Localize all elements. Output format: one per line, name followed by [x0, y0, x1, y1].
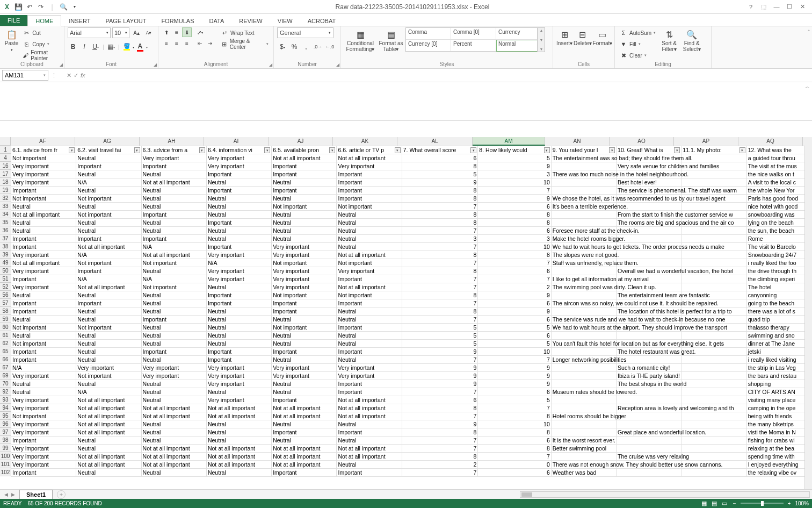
cell[interactable]: Not at all important [337, 154, 402, 162]
cell[interactable]: Neutral [11, 388, 76, 396]
tab-formulas[interactable]: FORMULAS [154, 16, 201, 26]
cell[interactable]: Important [337, 324, 402, 332]
cell[interactable]: the bars and restau [746, 372, 811, 380]
cell[interactable]: N/A [76, 275, 141, 283]
cell[interactable]: 8 [478, 428, 551, 437]
cell[interactable]: Neutral [337, 307, 402, 316]
header-cell[interactable]: ▾7. What overall score [402, 146, 478, 154]
cell[interactable]: the nice walks on t [746, 170, 811, 178]
cell[interactable]: Such a romantic city! [617, 364, 682, 372]
cell[interactable]: Very important [206, 154, 271, 162]
cell[interactable] [682, 372, 746, 380]
cell[interactable]: Important [11, 243, 76, 251]
cell[interactable]: Not important [76, 195, 141, 203]
cell[interactable]: Make the hotel rooms bigger. [551, 235, 616, 243]
cell[interactable]: Not at all important [141, 445, 206, 453]
column-header-AF[interactable]: AF [11, 137, 75, 146]
cell[interactable]: 8 [402, 453, 478, 461]
filter-icon[interactable]: ▾ [609, 147, 615, 153]
tab-page-layout[interactable]: PAGE LAYOUT [98, 16, 154, 26]
cell[interactable]: A visit to the local c [746, 178, 811, 187]
cell[interactable]: Neutral [272, 219, 337, 227]
cell[interactable]: Important [337, 170, 402, 178]
column-header-AG[interactable]: AG [75, 137, 140, 146]
header-cell[interactable]: ▾10. Great! What is [617, 146, 682, 154]
cell[interactable]: CITY OF ARTS AN [746, 388, 811, 396]
header-cell[interactable]: ▾6.6. article or TV p [337, 146, 402, 154]
filter-icon[interactable]: ▾ [740, 147, 745, 153]
cell[interactable]: Important [272, 170, 337, 178]
row-header[interactable]: 59 [0, 315, 11, 323]
cell[interactable]: Very important [11, 461, 76, 469]
fill-color-button[interactable]: 🪣 [121, 41, 132, 52]
cell[interactable]: Neutral [272, 437, 337, 445]
cell[interactable]: Neutral [76, 227, 141, 235]
cell[interactable]: Neutral [141, 428, 206, 437]
cell[interactable]: Important [337, 275, 402, 283]
column-header-AI[interactable]: AI [204, 137, 269, 146]
row-header[interactable]: 97 [0, 428, 11, 436]
cell[interactable]: Neutral [141, 187, 206, 195]
cell[interactable]: Neutral [337, 461, 402, 469]
row-header[interactable]: 58 [0, 307, 11, 315]
cell[interactable] [682, 453, 746, 461]
cell[interactable]: Neutral [76, 380, 141, 388]
cell[interactable]: thalasso therapy [746, 324, 811, 332]
insert-cells-button[interactable]: ⊞Insert▾ [556, 27, 572, 46]
cell[interactable]: Paris has good food [746, 195, 811, 203]
cell[interactable]: Neutral [141, 340, 206, 348]
cell[interactable]: The entertainment team are fantastic [617, 291, 682, 299]
minimize-icon[interactable]: — [771, 2, 782, 12]
cell[interactable]: Not at all important [141, 453, 206, 461]
cell[interactable]: Best hotel ever! [617, 178, 682, 187]
cell[interactable]: Neutral [76, 445, 141, 453]
cell[interactable]: 8 [402, 307, 478, 316]
cell[interactable]: Not at all important [272, 154, 337, 162]
cell[interactable]: Very important [11, 428, 76, 437]
cell[interactable]: Very important [141, 372, 206, 380]
cell[interactable]: Neutral [76, 154, 141, 162]
header-cell[interactable]: ▾6.2. visit travel fai [76, 146, 141, 154]
cell[interactable]: the many biketrips [746, 420, 811, 428]
cell[interactable]: Not important [11, 324, 76, 332]
cell[interactable]: 5 [402, 324, 478, 332]
style-percent[interactable]: Percent [451, 40, 496, 52]
cell[interactable] [682, 380, 746, 388]
row-header[interactable]: 69 [0, 371, 11, 380]
cell[interactable]: Neutral [141, 219, 206, 227]
autosum-button[interactable]: ΣAutoSum▾ [618, 27, 657, 38]
cell[interactable]: 8 [478, 219, 551, 227]
qat-dropdown-icon[interactable]: ▼ [70, 2, 79, 12]
cell[interactable]: visiting many place [746, 396, 811, 404]
underline-button[interactable]: U▾ [90, 41, 101, 52]
style-currency[interactable]: Currency [496, 28, 541, 40]
cell[interactable]: canyonning [746, 291, 811, 299]
cell[interactable]: Neutral [141, 291, 206, 299]
cell[interactable]: Important [76, 162, 141, 170]
cell[interactable]: We had to wait hours to get tickets. The… [551, 243, 616, 251]
cell[interactable]: Neutral [76, 437, 141, 445]
cell[interactable]: Neutral [337, 235, 402, 243]
cell[interactable]: Very important [272, 283, 337, 291]
sheet-tab-sheet1[interactable]: Sheet1 [19, 490, 53, 499]
cell[interactable]: Snowboarding 24/7 [746, 251, 811, 259]
cell[interactable]: 7 [402, 437, 478, 445]
orientation-button[interactable]: ⤢▾ [195, 27, 205, 37]
cell[interactable]: 0 [478, 461, 551, 469]
cell[interactable]: Not at all important [272, 412, 337, 420]
header-cell[interactable]: ▾6.4. information vi [206, 146, 271, 154]
cell[interactable]: N/A [11, 364, 76, 372]
cell[interactable]: Important [206, 299, 271, 307]
cell[interactable]: 9 [402, 348, 478, 356]
cell[interactable]: Very important [206, 251, 271, 259]
cell[interactable]: Neutral [206, 332, 271, 340]
cell[interactable]: Neutral [337, 211, 402, 219]
cell[interactable]: Neutral [141, 437, 206, 445]
cell[interactable] [682, 178, 746, 187]
cell[interactable]: camping in the ope [746, 404, 811, 412]
merge-center-button[interactable]: ⊞Merge & Center▾ [219, 39, 270, 49]
cell[interactable]: Very important [11, 396, 76, 404]
cell[interactable] [682, 412, 746, 420]
number-format-select[interactable]: General▾ [277, 27, 334, 38]
row-header[interactable]: 100 [0, 452, 11, 460]
